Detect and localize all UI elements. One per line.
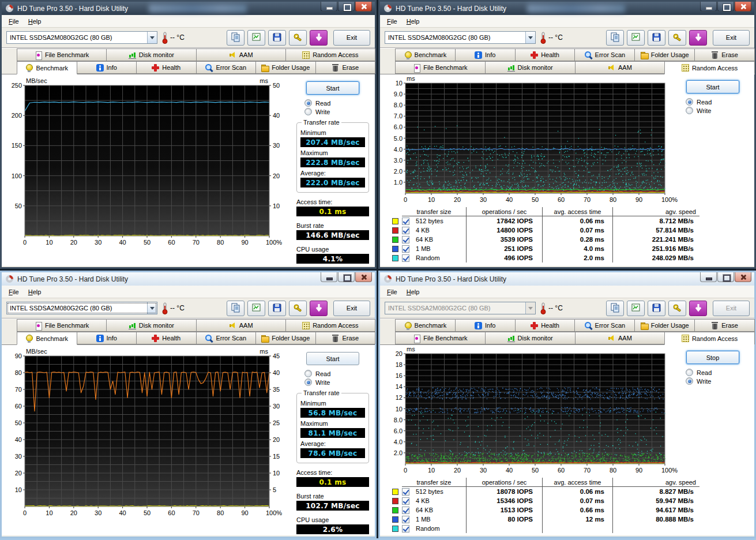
tab-benchmark[interactable]: Benchmark (395, 319, 456, 332)
minimize-button[interactable] (321, 272, 337, 282)
dropdown-arrow-icon[interactable] (147, 32, 157, 43)
tab-disk-monitor[interactable]: Disk monitor (485, 61, 576, 74)
tab-health[interactable]: Health (515, 48, 576, 61)
tab-disk-monitor[interactable]: Disk monitor (106, 319, 196, 332)
minimize-button[interactable] (700, 272, 717, 282)
minimize-button[interactable] (700, 2, 717, 12)
write-radio[interactable] (686, 377, 693, 385)
copy-button[interactable] (227, 30, 245, 46)
read-radio[interactable] (304, 370, 312, 377)
close-button[interactable] (355, 272, 372, 282)
dropdown-arrow-icon[interactable] (147, 302, 157, 314)
menu-file[interactable]: File (4, 287, 24, 297)
tab-benchmark[interactable]: Benchmark (17, 61, 77, 74)
maximize-button[interactable] (338, 272, 355, 282)
copy-screenshot-button[interactable] (627, 301, 645, 316)
tab-erase[interactable]: Erase (315, 61, 376, 74)
row-checkbox[interactable] (402, 516, 409, 523)
tab-error-scan[interactable]: Error Scan (574, 48, 635, 61)
drive-select[interactable]: INTEL SSDSA2M080G2GC (80 GB) (6, 302, 157, 314)
write-radio[interactable] (686, 107, 693, 114)
tab-benchmark[interactable]: Benchmark (395, 48, 456, 61)
tab-health[interactable]: Health (136, 61, 197, 74)
copy-button[interactable] (606, 301, 624, 316)
minimize-button[interactable] (321, 2, 337, 12)
exit-button[interactable]: Exit (333, 301, 370, 316)
drive-select[interactable]: INTEL SSDSA2M080G2GC (80 GB) (385, 31, 536, 44)
copy-button[interactable] (227, 301, 245, 316)
download-button[interactable] (689, 301, 707, 316)
tab-random-access[interactable]: Random Access (285, 319, 375, 332)
read-radio[interactable] (686, 98, 693, 106)
save-button[interactable] (648, 30, 665, 46)
options-button[interactable] (668, 30, 686, 46)
stop-button[interactable]: Stop (686, 351, 739, 364)
tab-error-scan[interactable]: Error Scan (574, 319, 635, 332)
row-checkbox[interactable] (402, 488, 409, 496)
tab-file-benchmark[interactable]: File Benchmark (17, 319, 107, 332)
download-button[interactable] (310, 30, 328, 46)
start-button[interactable]: Start (306, 81, 359, 95)
tab-aam[interactable]: AAM (196, 48, 286, 61)
titlebar[interactable]: HD Tune Pro 3.50 - Hard Disk Utility (380, 2, 754, 15)
copy-screenshot-button[interactable] (247, 301, 265, 316)
save-button[interactable] (268, 30, 286, 46)
write-radio[interactable] (304, 108, 312, 115)
copy-screenshot-button[interactable] (247, 30, 265, 46)
menu-help[interactable]: Help (24, 16, 46, 27)
start-button[interactable]: Start (686, 80, 739, 93)
maximize-button[interactable] (717, 272, 734, 282)
read-radio[interactable] (304, 99, 312, 107)
maximize-button[interactable] (717, 2, 734, 12)
tab-aam[interactable]: AAM (575, 61, 665, 74)
tab-file-benchmark[interactable]: File Benchmark (395, 61, 486, 74)
copy-button[interactable] (606, 30, 624, 46)
tab-disk-monitor[interactable]: Disk monitor (106, 48, 196, 61)
titlebar[interactable]: HD Tune Pro 3.50 - Hard Disk Utility (380, 272, 754, 286)
titlebar[interactable]: HD Tune Pro 3.50 - Hard Disk Utility (2, 2, 375, 15)
save-button[interactable] (268, 301, 286, 316)
menu-help[interactable]: Help (402, 16, 424, 27)
tab-folder-usage[interactable]: Folder Usage (634, 319, 695, 332)
drive-select[interactable]: INTEL SSDSA2M080G2GC (80 GB) (6, 31, 157, 44)
close-button[interactable] (735, 272, 751, 282)
tab-folder-usage[interactable]: Folder Usage (255, 61, 316, 74)
maximize-button[interactable] (338, 2, 355, 12)
menu-file[interactable]: File (382, 16, 402, 27)
write-radio[interactable] (304, 378, 312, 386)
row-checkbox[interactable] (402, 507, 409, 514)
menu-file[interactable]: File (382, 287, 402, 297)
row-checkbox[interactable] (402, 227, 409, 234)
options-button[interactable] (289, 301, 307, 316)
copy-screenshot-button[interactable] (627, 30, 645, 46)
tab-random-access[interactable]: Random Access (664, 332, 755, 345)
tab-aam[interactable]: AAM (196, 319, 286, 332)
tab-erase[interactable]: Erase (315, 332, 376, 344)
options-button[interactable] (668, 301, 686, 316)
tab-health[interactable]: Health (515, 319, 576, 332)
tab-random-access[interactable]: Random Access (285, 48, 375, 61)
tab-health[interactable]: Health (136, 332, 197, 344)
tab-benchmark[interactable]: Benchmark (17, 332, 77, 345)
menu-help[interactable]: Help (402, 287, 424, 297)
tab-disk-monitor[interactable]: Disk monitor (485, 332, 576, 344)
row-checkbox[interactable] (402, 525, 409, 532)
close-button[interactable] (735, 2, 751, 12)
row-checkbox[interactable] (402, 254, 409, 262)
tab-info[interactable]: Info (77, 61, 137, 74)
close-button[interactable] (355, 2, 372, 12)
row-checkbox[interactable] (402, 245, 409, 253)
menu-file[interactable]: File (4, 16, 24, 27)
download-button[interactable] (689, 30, 707, 46)
menu-help[interactable]: Help (24, 287, 46, 297)
download-button[interactable] (310, 301, 328, 316)
tab-erase[interactable]: Erase (694, 48, 755, 61)
exit-button[interactable]: Exit (713, 30, 750, 46)
tab-erase[interactable]: Erase (694, 319, 755, 332)
read-radio[interactable] (686, 369, 693, 376)
tab-error-scan[interactable]: Error Scan (196, 61, 257, 74)
row-checkbox[interactable] (402, 497, 409, 505)
titlebar[interactable]: HD Tune Pro 3.50 - Hard Disk Utility (2, 272, 375, 286)
tab-aam[interactable]: AAM (575, 332, 665, 344)
tab-random-access[interactable]: Random Access (664, 61, 755, 74)
